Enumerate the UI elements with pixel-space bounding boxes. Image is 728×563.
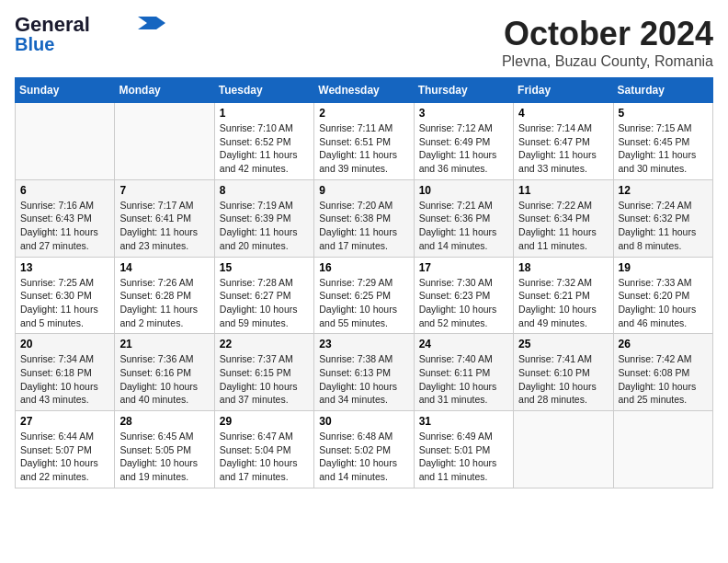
day-number: 27 [20, 415, 109, 428]
cell-content: Sunrise: 7:14 AM Sunset: 6:47 PM Dayligh… [518, 121, 608, 176]
day-number: 3 [419, 107, 508, 120]
day-number: 21 [119, 338, 209, 350]
calendar-cell [613, 411, 712, 488]
day-number: 26 [619, 338, 708, 350]
calendar-cell [115, 103, 214, 180]
cell-content: Sunrise: 7:29 AM Sunset: 6:25 PM Dayligh… [319, 276, 408, 330]
day-number: 17 [419, 261, 508, 274]
cell-content: Sunrise: 6:47 AM Sunset: 5:04 PM Dayligh… [220, 430, 309, 484]
day-number: 24 [419, 338, 508, 350]
cell-content: Sunrise: 7:17 AM Sunset: 6:41 PM Dayligh… [119, 199, 209, 253]
calendar-cell: 8Sunrise: 7:19 AM Sunset: 6:39 PM Daylig… [214, 179, 313, 257]
calendar-cell: 22Sunrise: 7:37 AM Sunset: 6:15 PM Dayli… [214, 334, 313, 411]
day-number: 18 [518, 261, 608, 274]
cell-content: Sunrise: 7:16 AM Sunset: 6:43 PM Dayligh… [20, 199, 109, 253]
calendar-cell: 5Sunrise: 7:15 AM Sunset: 6:45 PM Daylig… [613, 103, 712, 180]
calendar-cell: 28Sunrise: 6:45 AM Sunset: 5:05 PM Dayli… [115, 411, 214, 488]
day-number: 5 [619, 107, 708, 120]
weekday-header-monday: Monday [115, 78, 214, 103]
calendar-cell: 15Sunrise: 7:28 AM Sunset: 6:27 PM Dayli… [214, 257, 313, 334]
cell-content: Sunrise: 7:24 AM Sunset: 6:32 PM Dayligh… [619, 199, 708, 253]
calendar-cell [16, 103, 115, 180]
calendar-cell: 12Sunrise: 7:24 AM Sunset: 6:32 PM Dayli… [613, 179, 712, 257]
calendar-cell: 4Sunrise: 7:14 AM Sunset: 6:47 PM Daylig… [514, 103, 613, 180]
day-number: 12 [619, 184, 708, 197]
day-number: 22 [220, 338, 309, 350]
calendar-cell: 23Sunrise: 7:38 AM Sunset: 6:13 PM Dayli… [314, 334, 414, 411]
location: Plevna, Buzau County, Romania [502, 53, 713, 70]
day-number: 16 [319, 261, 408, 274]
weekday-header-thursday: Thursday [414, 78, 513, 103]
day-number: 15 [220, 261, 309, 274]
day-number: 23 [319, 338, 408, 350]
calendar-cell: 24Sunrise: 7:40 AM Sunset: 6:11 PM Dayli… [414, 334, 513, 411]
logo-blue: Blue [15, 35, 54, 53]
day-number: 14 [119, 261, 209, 274]
calendar-cell: 17Sunrise: 7:30 AM Sunset: 6:23 PM Dayli… [414, 257, 513, 334]
weekday-header-tuesday: Tuesday [214, 78, 313, 103]
calendar-week-3: 13Sunrise: 7:25 AM Sunset: 6:30 PM Dayli… [16, 257, 713, 334]
day-number: 1 [220, 107, 309, 120]
cell-content: Sunrise: 6:44 AM Sunset: 5:07 PM Dayligh… [20, 430, 109, 484]
cell-content: Sunrise: 7:15 AM Sunset: 6:45 PM Dayligh… [619, 121, 708, 176]
cell-content: Sunrise: 7:11 AM Sunset: 6:51 PM Dayligh… [319, 121, 408, 176]
cell-content: Sunrise: 7:38 AM Sunset: 6:13 PM Dayligh… [319, 352, 408, 407]
page-header: General Blue October 2024 Plevna, Buzau … [15, 15, 713, 70]
cell-content: Sunrise: 7:26 AM Sunset: 6:28 PM Dayligh… [119, 276, 209, 330]
calendar-week-1: 1Sunrise: 7:10 AM Sunset: 6:52 PM Daylig… [16, 103, 713, 180]
calendar-cell: 31Sunrise: 6:49 AM Sunset: 5:01 PM Dayli… [414, 411, 513, 488]
title-block: October 2024 Plevna, Buzau County, Roman… [502, 15, 713, 70]
day-number: 2 [319, 107, 408, 120]
cell-content: Sunrise: 7:25 AM Sunset: 6:30 PM Dayligh… [20, 276, 109, 330]
calendar-cell: 2Sunrise: 7:11 AM Sunset: 6:51 PM Daylig… [314, 103, 414, 180]
cell-content: Sunrise: 7:33 AM Sunset: 6:20 PM Dayligh… [619, 276, 708, 330]
cell-content: Sunrise: 6:45 AM Sunset: 5:05 PM Dayligh… [119, 430, 209, 484]
calendar-table: SundayMondayTuesdayWednesdayThursdayFrid… [15, 77, 713, 488]
calendar-cell: 18Sunrise: 7:32 AM Sunset: 6:21 PM Dayli… [514, 257, 613, 334]
calendar-cell: 19Sunrise: 7:33 AM Sunset: 6:20 PM Dayli… [613, 257, 712, 334]
day-number: 4 [518, 107, 608, 120]
calendar-cell: 26Sunrise: 7:42 AM Sunset: 6:08 PM Dayli… [613, 334, 712, 411]
day-number: 10 [419, 184, 508, 197]
day-number: 31 [419, 415, 508, 428]
calendar-cell: 3Sunrise: 7:12 AM Sunset: 6:49 PM Daylig… [414, 103, 513, 180]
calendar-cell: 27Sunrise: 6:44 AM Sunset: 5:07 PM Dayli… [16, 411, 115, 488]
day-number: 11 [518, 184, 608, 197]
svg-marker-0 [138, 17, 165, 29]
logo-general: General [15, 13, 90, 36]
cell-content: Sunrise: 7:21 AM Sunset: 6:36 PM Dayligh… [419, 199, 508, 253]
day-number: 19 [619, 261, 708, 274]
calendar-cell [514, 411, 613, 488]
cell-content: Sunrise: 7:30 AM Sunset: 6:23 PM Dayligh… [419, 276, 508, 330]
cell-content: Sunrise: 7:34 AM Sunset: 6:18 PM Dayligh… [20, 352, 109, 407]
calendar-cell: 11Sunrise: 7:22 AM Sunset: 6:34 PM Dayli… [514, 179, 613, 257]
calendar-cell: 7Sunrise: 7:17 AM Sunset: 6:41 PM Daylig… [115, 179, 214, 257]
calendar-cell: 20Sunrise: 7:34 AM Sunset: 6:18 PM Dayli… [16, 334, 115, 411]
calendar-cell: 16Sunrise: 7:29 AM Sunset: 6:25 PM Dayli… [314, 257, 414, 334]
weekday-header-sunday: Sunday [16, 78, 115, 103]
cell-content: Sunrise: 7:32 AM Sunset: 6:21 PM Dayligh… [518, 276, 608, 330]
logo: General Blue [15, 15, 165, 53]
day-number: 13 [20, 261, 109, 274]
cell-content: Sunrise: 7:42 AM Sunset: 6:08 PM Dayligh… [619, 352, 708, 407]
cell-content: Sunrise: 7:22 AM Sunset: 6:34 PM Dayligh… [518, 199, 608, 253]
weekday-header-row: SundayMondayTuesdayWednesdayThursdayFrid… [16, 78, 713, 103]
calendar-cell: 6Sunrise: 7:16 AM Sunset: 6:43 PM Daylig… [16, 179, 115, 257]
logo-text: General [15, 15, 90, 35]
calendar-cell: 30Sunrise: 6:48 AM Sunset: 5:02 PM Dayli… [314, 411, 414, 488]
day-number: 20 [20, 338, 109, 350]
cell-content: Sunrise: 7:10 AM Sunset: 6:52 PM Dayligh… [220, 121, 309, 176]
calendar-cell: 25Sunrise: 7:41 AM Sunset: 6:10 PM Dayli… [514, 334, 613, 411]
weekday-header-saturday: Saturday [613, 78, 712, 103]
logo-icon [138, 17, 165, 29]
calendar-cell: 21Sunrise: 7:36 AM Sunset: 6:16 PM Dayli… [115, 334, 214, 411]
cell-content: Sunrise: 7:28 AM Sunset: 6:27 PM Dayligh… [220, 276, 309, 330]
calendar-cell: 29Sunrise: 6:47 AM Sunset: 5:04 PM Dayli… [214, 411, 313, 488]
cell-content: Sunrise: 7:37 AM Sunset: 6:15 PM Dayligh… [220, 352, 309, 407]
day-number: 6 [20, 184, 109, 197]
cell-content: Sunrise: 6:48 AM Sunset: 5:02 PM Dayligh… [319, 430, 408, 484]
calendar-cell: 9Sunrise: 7:20 AM Sunset: 6:38 PM Daylig… [314, 179, 414, 257]
weekday-header-wednesday: Wednesday [314, 78, 414, 103]
cell-content: Sunrise: 7:12 AM Sunset: 6:49 PM Dayligh… [419, 121, 508, 176]
month-title: October 2024 [502, 15, 713, 53]
